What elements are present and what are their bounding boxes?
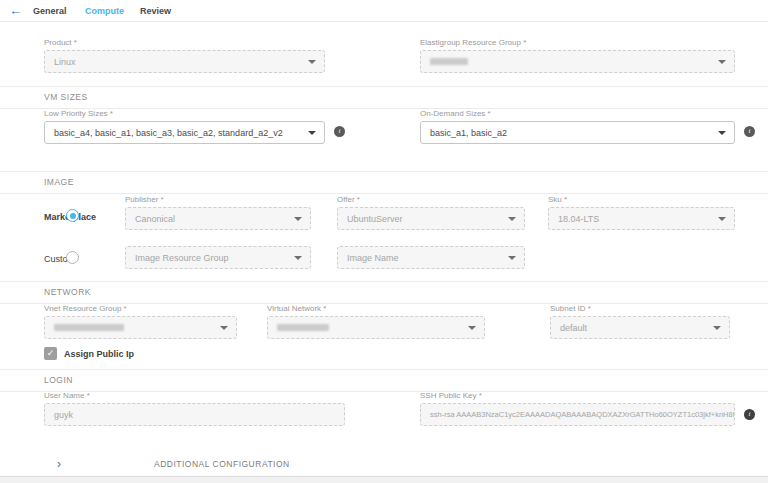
offer-value: UbuntuServer <box>347 214 403 224</box>
assign-public-ip-label: Assign Public Ip <box>64 349 134 359</box>
user-name-value: guyk <box>54 410 73 420</box>
subnet-id-value: default <box>560 323 587 333</box>
image-name-field: Image Name <box>337 246 525 269</box>
on-demand-sizes-select[interactable]: basic_a1, basic_a2 <box>420 121 735 144</box>
redacted-value <box>430 58 468 65</box>
back-arrow-icon[interactable]: ← <box>9 3 22 18</box>
offer-label: Offer * <box>337 195 525 204</box>
elastigroup-resource-group-select[interactable] <box>420 50 735 73</box>
image-resource-group-placeholder: Image Resource Group <box>135 253 229 263</box>
product-field: Product * Linux <box>44 38 325 73</box>
product-value: Linux <box>54 57 76 67</box>
virtual-network-label: Virtual Network * <box>267 304 485 313</box>
chevron-down-icon <box>718 217 726 221</box>
low-priority-sizes-field: Low Priority Sizes * basic_a4, basic_a1,… <box>44 109 325 144</box>
ssh-public-key-field: SSH Public Key * ssh-rsa AAAAB3NzaC1yc2E… <box>420 391 735 426</box>
image-resource-group-select[interactable]: Image Resource Group <box>125 246 311 269</box>
section-image: IMAGE <box>0 171 768 194</box>
chevron-right-icon: › <box>57 457 61 471</box>
chevron-down-icon <box>508 217 516 221</box>
elastigroup-resource-group-field: Elastigroup Resource Group * <box>420 38 735 73</box>
ssh-public-key-input[interactable]: ssh-rsa AAAAB3NzaC1yc2EAAAADAQABAAABAQDX… <box>420 403 735 426</box>
subnet-id-label: Subnet ID * <box>550 304 730 313</box>
user-name-input[interactable]: guyk <box>44 403 345 426</box>
chevron-down-icon <box>294 217 302 221</box>
elastigroup-resource-group-label: Elastigroup Resource Group * <box>420 38 735 47</box>
low-priority-sizes-select[interactable]: basic_a4, basic_a1, basic_a3, basic_a2, … <box>44 121 325 144</box>
sku-field: Sku * 18.04-LTS <box>548 195 735 230</box>
page-bottom-background <box>0 477 768 483</box>
low-priority-sizes-label: Low Priority Sizes * <box>44 109 325 118</box>
additional-configuration-label: ADDITIONAL CONFIGURATION <box>154 459 290 469</box>
publisher-label: Publisher * <box>125 195 311 204</box>
image-resource-group-field: Image Resource Group <box>125 246 311 269</box>
vnet-resource-group-select[interactable] <box>44 316 237 339</box>
custom-radio[interactable] <box>66 251 79 264</box>
redacted-value <box>54 324 124 331</box>
publisher-select[interactable]: Canonical <box>125 207 311 230</box>
vnet-resource-group-field: Vnet Resource Group * <box>44 304 237 339</box>
offer-select[interactable]: UbuntuServer <box>337 207 525 230</box>
low-priority-sizes-value: basic_a4, basic_a1, basic_a3, basic_a2, … <box>54 128 283 138</box>
assign-public-ip-checkbox[interactable]: ✓ <box>44 347 57 360</box>
chevron-down-icon <box>718 131 726 135</box>
product-label: Product * <box>44 38 325 47</box>
chevron-down-icon <box>508 256 516 260</box>
on-demand-sizes-value: basic_a1, basic_a2 <box>430 128 507 138</box>
section-vm-sizes: VM SIZES <box>0 86 768 109</box>
ssh-public-key-value: ssh-rsa AAAAB3NzaC1yc2EAAAADAQABAAABAQDX… <box>430 410 735 419</box>
section-network: NETWORK <box>0 281 768 304</box>
publisher-value: Canonical <box>135 214 175 224</box>
product-select[interactable]: Linux <box>44 50 325 73</box>
tab-compute[interactable]: Compute <box>85 6 124 16</box>
marketplace-radio[interactable] <box>66 209 79 222</box>
ssh-public-key-label: SSH Public Key * <box>420 391 735 400</box>
subnet-id-select[interactable]: default <box>550 316 730 339</box>
offer-field: Offer * UbuntuServer <box>337 195 525 230</box>
virtual-network-field: Virtual Network * <box>267 304 485 339</box>
publisher-field: Publisher * Canonical <box>125 195 311 230</box>
sku-value: 18.04-LTS <box>558 214 599 224</box>
sku-select[interactable]: 18.04-LTS <box>548 207 735 230</box>
check-icon: ✓ <box>47 348 55 358</box>
chevron-down-icon <box>220 326 228 330</box>
chevron-down-icon <box>718 60 726 64</box>
redacted-value <box>277 324 329 331</box>
image-name-select[interactable]: Image Name <box>337 246 525 269</box>
section-login: LOGIN <box>0 369 768 392</box>
user-name-label: User Name * <box>44 391 345 400</box>
chevron-down-icon <box>308 131 316 135</box>
tab-general[interactable]: General <box>33 6 67 16</box>
tab-review[interactable]: Review <box>140 6 171 16</box>
wizard-topbar: ← General Compute Review <box>0 0 768 22</box>
chevron-down-icon <box>308 60 316 64</box>
on-demand-sizes-label: On-Demand Sizes * <box>420 109 735 118</box>
additional-configuration-expander[interactable]: › ADDITIONAL CONFIGURATION <box>0 455 768 476</box>
info-icon[interactable]: i <box>334 126 345 137</box>
chevron-down-icon <box>713 326 721 330</box>
info-icon[interactable]: i <box>744 409 755 420</box>
sku-label: Sku * <box>548 195 735 204</box>
user-name-field: User Name * guyk <box>44 391 345 426</box>
info-icon[interactable]: i <box>744 126 755 137</box>
subnet-id-field: Subnet ID * default <box>550 304 730 339</box>
image-name-placeholder: Image Name <box>347 253 399 263</box>
virtual-network-select[interactable] <box>267 316 485 339</box>
chevron-down-icon <box>294 256 302 260</box>
chevron-down-icon <box>468 326 476 330</box>
vnet-resource-group-label: Vnet Resource Group * <box>44 304 237 313</box>
on-demand-sizes-field: On-Demand Sizes * basic_a1, basic_a2 <box>420 109 735 144</box>
